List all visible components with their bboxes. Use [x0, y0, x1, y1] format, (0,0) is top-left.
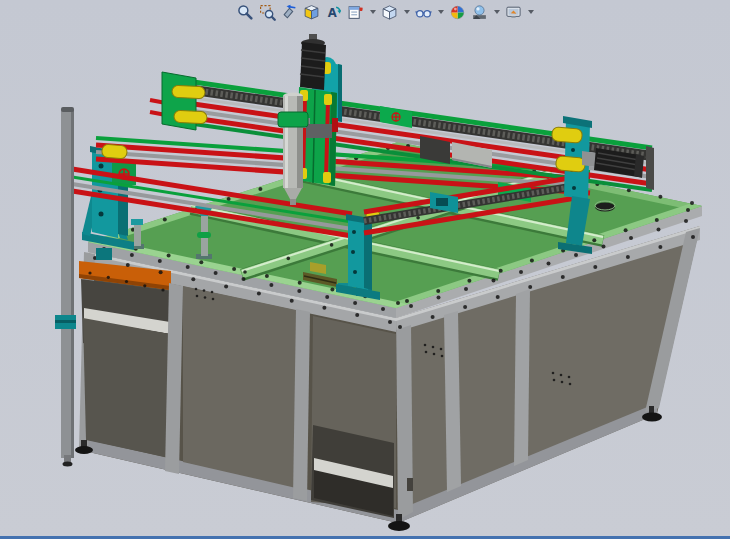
edit-appearance-button[interactable]	[448, 2, 467, 22]
zoom-to-area-icon	[259, 4, 276, 21]
svg-text:A: A	[328, 5, 337, 19]
previous-view-button[interactable]	[280, 2, 299, 22]
section-view-button[interactable]	[302, 2, 321, 22]
edit-appearance-icon	[449, 4, 466, 21]
view-settings-icon	[505, 4, 522, 21]
hide-show-items-button[interactable]	[414, 2, 433, 22]
view-toolbar: A	[236, 1, 535, 23]
hide-show-items-icon	[415, 4, 432, 21]
display-style-button[interactable]	[380, 2, 399, 22]
application-window: A	[0, 0, 730, 539]
view-settings-dropdown-arrow[interactable]	[526, 2, 535, 22]
free-standing-post[interactable]	[55, 107, 76, 467]
rotate-view-button[interactable]: A	[324, 2, 343, 22]
view-orientation-icon	[347, 4, 364, 21]
display-style-icon	[381, 4, 398, 21]
z-axis-carriage[interactable]	[278, 34, 342, 205]
rotate-view-icon: A	[325, 4, 342, 21]
3d-viewport[interactable]	[0, 0, 730, 539]
apply-scene-icon	[471, 4, 488, 21]
view-settings-button[interactable]	[504, 2, 523, 22]
z-axis-motor[interactable]	[300, 34, 326, 90]
hide-show-items-dropdown-arrow[interactable]	[436, 2, 445, 22]
view-orientation-button[interactable]	[346, 2, 365, 22]
section-view-icon	[303, 4, 320, 21]
apply-scene-dropdown-arrow[interactable]	[492, 2, 501, 22]
zoom-to-fit-button[interactable]	[236, 2, 255, 22]
display-style-dropdown-arrow[interactable]	[402, 2, 411, 22]
apply-scene-button[interactable]	[470, 2, 489, 22]
view-orientation-dropdown-arrow[interactable]	[368, 2, 377, 22]
previous-view-icon	[281, 4, 298, 21]
zoom-to-fit-icon	[237, 4, 254, 21]
zoom-to-area-button[interactable]	[258, 2, 277, 22]
